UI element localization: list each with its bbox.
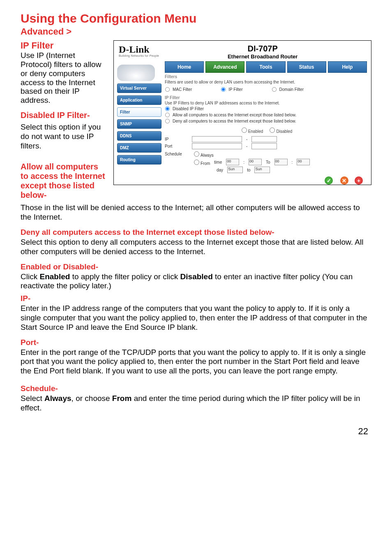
disabled-radio-input[interactable] (270, 127, 275, 133)
ip-filter-label: IP Filter (228, 87, 242, 92)
filter-type-ip[interactable]: IP Filter (221, 87, 242, 92)
enabled-radio[interactable]: Enabled (240, 129, 263, 134)
model-sub: Ethernet Broadband Router (159, 53, 366, 60)
tab-status[interactable]: Status (287, 61, 326, 73)
ed-mid: to apply the filter policy or click (70, 272, 180, 281)
day-from[interactable]: Sun (227, 167, 243, 173)
router-screenshot: D-Link Building Networks for People DI-7… (113, 40, 371, 185)
page-title: Using the Configuration Menu (21, 12, 371, 25)
apply-button[interactable]: ✓Apply (324, 176, 334, 185)
sch-mid: , or choose (71, 394, 112, 403)
intro-text: Use IP (Internet Protocol) filters to al… (21, 51, 107, 105)
from-label: From (201, 161, 210, 166)
mac-filter-label: MAC Filter (173, 87, 192, 92)
sidebar-item-filter[interactable]: Filter (117, 107, 161, 117)
ip-text: Enter in the IP address range of the com… (21, 304, 371, 332)
breadcrumb-2: IP Filter (21, 40, 107, 51)
radio-deny[interactable]: Deny all computers to access the Interne… (165, 118, 367, 124)
domain-filter-label: Domain Filter (279, 87, 304, 92)
time-from-hh[interactable]: 00 (226, 159, 239, 165)
radio-disabled[interactable]: Disabled IP Filter (165, 106, 367, 111)
radio-disabled-input[interactable] (165, 107, 170, 111)
time-to-hh[interactable]: 00 (274, 159, 288, 165)
enabled-label: Enabled (248, 129, 263, 134)
sch-bold2: From (112, 394, 132, 403)
domain-filter-radio[interactable] (272, 87, 276, 92)
tab-help[interactable]: Help (328, 61, 367, 73)
day-label: day (217, 168, 223, 172)
ip-head: IP- (21, 294, 371, 303)
radio-allow[interactable]: Allow all computers to access the Intern… (165, 112, 367, 118)
allow-all-head: Allow all computers to access the Intern… (21, 162, 107, 200)
breadcrumb-1: Advanced > (21, 26, 371, 37)
time-from-mm[interactable]: 00 (249, 159, 262, 165)
model-name: DI-707P (159, 44, 366, 53)
filters-heading: Filters (165, 74, 367, 79)
radio-allow-label: Allow all computers to access the Intern… (173, 113, 296, 117)
schedule-text: Select Always, or choose From and enter … (21, 394, 371, 413)
radio-allow-input[interactable] (165, 113, 170, 117)
ipfilter-heading: IP Filter (165, 95, 367, 100)
sidebar-item-application[interactable]: Application (117, 95, 161, 105)
port-text: Enter in the port range of the TCP/UDP p… (21, 348, 371, 376)
cancel-label: Cancel (338, 185, 350, 185)
always-label: Always (201, 153, 214, 158)
port-row-label: Port (165, 144, 188, 148)
disabled-text: Select this option if you do not want to… (21, 123, 107, 151)
port-start-input[interactable] (192, 143, 242, 149)
port-end-input[interactable] (251, 143, 277, 149)
always-radio-input[interactable] (194, 151, 199, 157)
to2-label: to (247, 168, 250, 172)
ip-end-input[interactable] (251, 136, 277, 142)
from-radio[interactable]: From (192, 158, 210, 166)
filter-type-mac[interactable]: MAC Filter (165, 87, 192, 92)
radio-disabled-label: Disabled IP Filter (173, 107, 204, 111)
ip-row-label: IP (165, 137, 188, 141)
filter-type-domain[interactable]: Domain Filter (272, 87, 304, 92)
radio-deny-input[interactable] (165, 119, 170, 123)
sidebar-item-ddns[interactable]: DDNS (117, 131, 161, 141)
to-label: To (266, 160, 270, 164)
dlink-logo-sub: Building Networks for People (119, 54, 159, 57)
mac-filter-radio[interactable] (165, 87, 170, 92)
always-radio[interactable]: Always (192, 150, 214, 158)
tab-tools[interactable]: Tools (246, 61, 285, 73)
plus-icon: + (355, 176, 363, 185)
ipfilter-sub: Use IP Filters to deny LAN IP addresses … (165, 101, 367, 105)
allow-all-text: Those in the list will be denied access … (21, 203, 371, 222)
sidebar-item-routing[interactable]: Routing (117, 155, 161, 164)
device-image (117, 65, 155, 81)
deny-all-text: Select this option to deny all computers… (21, 238, 371, 257)
deny-all-head: Deny all computers access to the Interne… (21, 228, 371, 237)
apply-label: Apply (324, 185, 334, 185)
close-icon: ✕ (340, 176, 348, 185)
tab-home[interactable]: Home (165, 61, 204, 73)
sidebar-item-virtual-server[interactable]: Virtual Server (117, 83, 161, 93)
ed-pre: Click (21, 272, 39, 281)
ip-filter-radio[interactable] (221, 87, 226, 92)
filters-sub: Filters are used to allow or deny LAN us… (165, 80, 367, 84)
page-number: 22 (21, 415, 371, 437)
disabled-head: Disabled IP Filter- (21, 111, 107, 120)
ip-start-input[interactable] (192, 136, 242, 142)
dlink-logo: D-Link (119, 44, 159, 55)
time-label: time (214, 160, 222, 164)
time-to-mm[interactable]: 00 (297, 159, 310, 165)
port-head: Port- (21, 338, 371, 347)
sch-bold1: Always (44, 394, 71, 403)
enabled-disabled-head: Enabled or Disabled- (21, 262, 371, 271)
day-to[interactable]: Sun (254, 167, 270, 173)
cancel-button[interactable]: ✕Cancel (338, 176, 350, 185)
enabled-radio-input[interactable] (242, 127, 247, 133)
check-icon: ✓ (325, 176, 333, 185)
sidebar-item-dmz[interactable]: DMZ (117, 143, 161, 153)
disabled-label: Disabled (276, 129, 292, 134)
disabled-radio[interactable]: Disabled (267, 129, 292, 134)
tab-advanced[interactable]: Advanced (205, 61, 244, 73)
sidebar-item-snmp[interactable]: SNMP (117, 119, 161, 129)
from-radio-input[interactable] (194, 160, 199, 165)
schedule-row-label: Schedule (165, 152, 188, 156)
help-button[interactable]: +Help (355, 176, 363, 185)
ed-bold2: Disabled (180, 272, 213, 281)
ed-bold1: Enabled (39, 272, 70, 281)
